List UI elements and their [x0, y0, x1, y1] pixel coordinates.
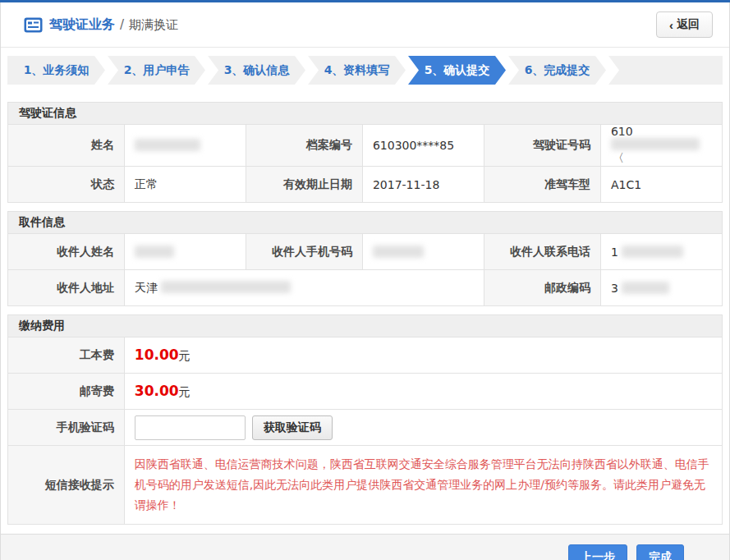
section-title-row: 驾驶证信息 — [8, 103, 723, 125]
table-row: 邮寄费 30.00元 — [8, 374, 723, 410]
step-wizard: 1、业务须知 2、用户申告 3、确认信息 4、资料填写 5、确认提交 6、完成提… — [7, 56, 723, 85]
section-title-fees: 缴纳费用 — [8, 315, 723, 337]
name-value — [124, 125, 246, 167]
breadcrumb-divider: / — [120, 17, 124, 32]
redaction-blur — [135, 139, 200, 151]
license-number-value: 610 〈 — [600, 125, 722, 167]
recipient-phone-label: 收件人联系电话 — [484, 234, 600, 270]
page-container: 驾驶证业务 / 期满换证 ‹ 返回 1、业务须知 2、用户申告 3、确认信息 4… — [0, 2, 730, 560]
back-button-label: 返回 — [677, 17, 700, 32]
mailing-fee-value: 30.00元 — [124, 374, 722, 410]
step-2-user-declaration[interactable]: 2、用户申告 — [108, 56, 205, 85]
license-number-label: 驾驶证号码 — [484, 125, 600, 167]
finish-button[interactable]: 完成 — [636, 544, 684, 560]
table-row: 工本费 10.00元 — [8, 337, 723, 374]
pickup-info-section: 取件信息 收件人姓名 收件人手机号码 收件人联系电话 1 收件人地址 天津 — [7, 211, 723, 306]
recipient-phone-prefix: 1 — [611, 246, 618, 259]
status-label: 状态 — [8, 167, 125, 203]
redaction-blur — [373, 246, 424, 258]
recipient-address-prefix: 天津 — [135, 281, 158, 294]
step-3-confirm-info[interactable]: 3、确认信息 — [208, 56, 305, 85]
recipient-address-value: 天津 — [124, 270, 484, 306]
breadcrumb-current: 期满换证 — [129, 17, 178, 33]
previous-step-button[interactable]: 上一步 — [568, 544, 627, 560]
table-row: 短信接收提示 因陕西省联通、电信运营商技术问题，陕西省互联网交通安全综合服务管理… — [8, 446, 723, 525]
footer-action-bar: 上一步 完成 — [1, 534, 729, 560]
fees-table: 缴纳费用 工本费 10.00元 邮寄费 30.00元 手机验证码 — [7, 314, 723, 525]
section-title-license-info: 驾驶证信息 — [8, 103, 723, 125]
recipient-address-label: 收件人地址 — [8, 270, 125, 306]
vehicle-class-label: 准驾车型 — [484, 167, 600, 203]
page-header: 驾驶证业务 / 期满换证 ‹ 返回 — [1, 2, 729, 48]
name-label: 姓名 — [8, 125, 125, 167]
back-button[interactable]: ‹ 返回 — [656, 11, 713, 38]
recipient-name-label: 收件人姓名 — [8, 234, 125, 270]
license-number-prefix: 610 — [611, 125, 633, 138]
captcha-cell: 获取验证码 — [124, 410, 722, 446]
mailing-fee-label: 邮寄费 — [8, 374, 125, 410]
sms-notice-label: 短信接收提示 — [8, 446, 125, 525]
license-info-table: 驾驶证信息 姓名 档案编号 610300****85 驾驶证号码 610 〈 状… — [7, 102, 723, 203]
file-number-value: 610300****85 — [362, 125, 484, 167]
step-4-fill-data[interactable]: 4、资料填写 — [308, 56, 406, 85]
redaction-blur — [161, 281, 291, 293]
production-fee-label: 工本费 — [8, 337, 125, 374]
page-title: 驾驶证业务 — [49, 16, 115, 34]
pickup-info-table: 取件信息 收件人姓名 收件人手机号码 收件人联系电话 1 收件人地址 天津 — [7, 211, 723, 306]
captcha-label: 手机验证码 — [8, 410, 125, 446]
mailing-fee-amount: 30.00 — [135, 383, 179, 399]
valid-until-value: 2017-11-18 — [362, 167, 484, 203]
chevron-left-icon: ‹ — [669, 19, 673, 31]
table-row: 收件人地址 天津 邮政编码 3 — [8, 270, 723, 306]
sms-notice-cell: 因陕西省联通、电信运营商技术问题，陕西省互联网交通安全综合服务管理平台无法向持陕… — [124, 446, 722, 525]
postal-code-label: 邮政编码 — [484, 270, 600, 306]
license-info-section: 驾驶证信息 姓名 档案编号 610300****85 驾驶证号码 610 〈 状… — [7, 102, 723, 203]
recipient-mobile-value — [362, 234, 484, 270]
redaction-blur — [622, 282, 669, 294]
production-fee-amount: 10.00 — [135, 347, 179, 363]
table-row: 手机验证码 获取验证码 — [8, 410, 723, 446]
valid-until-label: 有效期止日期 — [246, 167, 362, 203]
section-title-pickup-info: 取件信息 — [8, 212, 723, 234]
postal-code-prefix: 3 — [611, 282, 618, 295]
step-6-complete-submit[interactable]: 6、完成提交 — [508, 56, 606, 85]
sms-notice-text: 因陕西省联通、电信运营商技术问题，陕西省互联网交通安全综合服务管理平台无法向持陕… — [135, 452, 712, 517]
vehicle-class-value: A1C1 — [600, 167, 722, 203]
table-row: 收件人姓名 收件人手机号码 收件人联系电话 1 — [8, 234, 723, 270]
fees-section: 缴纳费用 工本费 10.00元 邮寄费 30.00元 手机验证码 — [7, 314, 723, 525]
production-fee-value: 10.00元 — [124, 337, 722, 374]
license-number-suffix: 〈 — [613, 151, 624, 164]
recipient-mobile-label: 收件人手机号码 — [246, 234, 362, 270]
step-1-business-notice[interactable]: 1、业务须知 — [7, 56, 105, 85]
captcha-input[interactable] — [135, 415, 246, 440]
redaction-blur — [135, 246, 174, 258]
postal-code-value: 3 — [600, 270, 722, 306]
recipient-name-value — [124, 234, 246, 270]
step-5-confirm-submit[interactable]: 5、确认提交 — [408, 56, 506, 85]
id-card-icon — [24, 17, 43, 33]
section-title-row: 缴纳费用 — [8, 315, 723, 337]
step-wizard-filler — [608, 56, 723, 85]
recipient-phone-value: 1 — [600, 234, 722, 270]
file-number-label: 档案编号 — [246, 125, 362, 167]
table-row: 姓名 档案编号 610300****85 驾驶证号码 610 〈 — [8, 125, 723, 167]
status-value: 正常 — [124, 167, 246, 203]
mailing-fee-unit: 元 — [179, 385, 191, 398]
section-title-row: 取件信息 — [8, 212, 723, 234]
get-code-button[interactable]: 获取验证码 — [252, 415, 333, 440]
redaction-blur — [622, 246, 683, 258]
table-row: 状态 正常 有效期止日期 2017-11-18 准驾车型 A1C1 — [8, 167, 723, 203]
redaction-blur — [611, 138, 700, 150]
production-fee-unit: 元 — [179, 349, 191, 362]
